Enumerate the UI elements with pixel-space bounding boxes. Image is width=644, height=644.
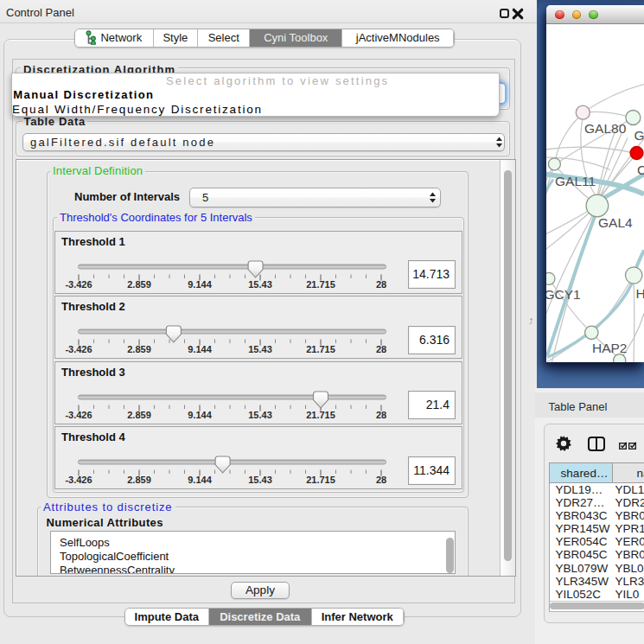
svg-text:GAL80: GAL80 — [584, 120, 627, 135]
svg-text:GAL4: GAL4 — [598, 214, 633, 229]
svg-text:HAP2: HAP2 — [592, 340, 628, 354]
svg-text:GAL11: GAL11 — [555, 173, 596, 188]
svg-text:C: C — [637, 162, 644, 176]
svg-text:GCY1: GCY1 — [546, 286, 581, 301]
svg-text:HA: HA — [636, 285, 644, 300]
svg-text:GA: GA — [634, 127, 644, 142]
